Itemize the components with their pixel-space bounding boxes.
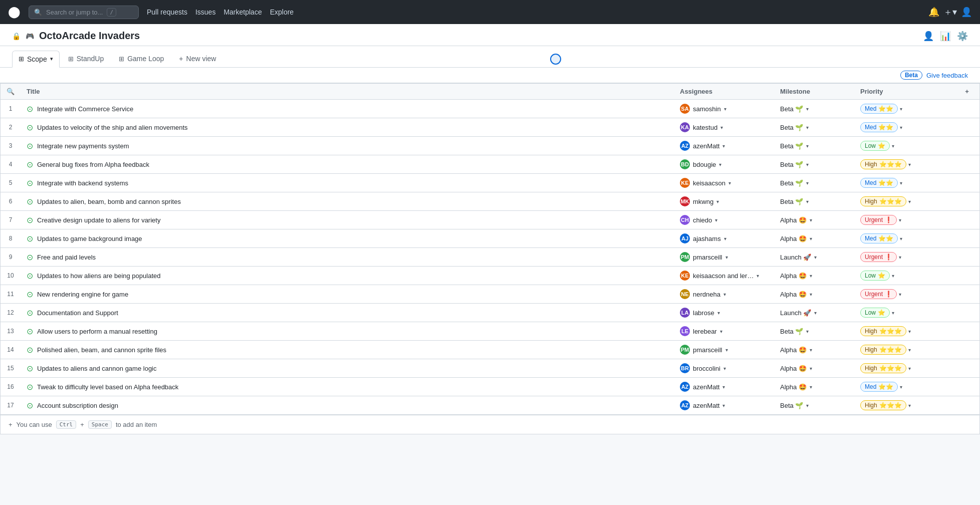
priority-badge[interactable]: Low ⭐ — [860, 308, 890, 318]
issue-title[interactable]: Integrate with Commerce Service — [37, 105, 133, 113]
settings-icon[interactable]: ⚙️ — [957, 31, 968, 42]
scope-dropdown-arrow[interactable]: ▾ — [50, 56, 53, 62]
priority-dropdown[interactable]: ▾ — [908, 162, 911, 167]
issue-title[interactable]: Updates to game background image — [37, 235, 142, 242]
assignee-dropdown[interactable]: ▾ — [725, 347, 728, 353]
issue-title[interactable]: Account subscription design — [37, 402, 118, 409]
issue-title[interactable]: Updates to how aliens are being populate… — [37, 272, 160, 280]
nav-marketplace[interactable]: Marketplace — [223, 8, 262, 16]
milestone-dropdown[interactable]: ▾ — [810, 366, 812, 371]
priority-dropdown[interactable]: ▾ — [908, 199, 911, 204]
col-header-search[interactable]: 🔍 — [1, 84, 21, 100]
table-row[interactable]: 9 ⊙ Free and paid levels PM pmarsceill ▾… — [1, 248, 979, 267]
tab-gameloop[interactable]: ⊞ Game Loop — [112, 50, 170, 67]
issue-title[interactable]: Polished alien, beam, and cannon sprite … — [37, 346, 166, 354]
table-row[interactable]: 10 ⊙ Updates to how aliens are being pop… — [1, 267, 979, 285]
milestone-dropdown[interactable]: ▾ — [810, 217, 812, 223]
assignee-dropdown[interactable]: ▾ — [728, 180, 731, 186]
github-logo[interactable]: ⬤ — [8, 6, 21, 19]
milestone-dropdown[interactable]: ▾ — [806, 162, 809, 167]
table-row[interactable]: 4 ⊙ General bug fixes from Alpha feedbac… — [1, 155, 979, 174]
milestone-dropdown[interactable]: ▾ — [814, 255, 817, 260]
milestone-dropdown[interactable]: ▾ — [810, 384, 812, 390]
nav-issues[interactable]: Issues — [195, 8, 215, 16]
issue-title[interactable]: Documentation and Support — [37, 309, 118, 317]
priority-dropdown[interactable]: ▾ — [892, 273, 894, 279]
milestone-dropdown[interactable]: ▾ — [806, 199, 809, 204]
assignee-dropdown[interactable]: ▾ — [720, 125, 723, 130]
table-row[interactable]: 15 ⊙ Updates to aliens and cannon game l… — [1, 359, 979, 378]
table-row[interactable]: 13 ⊙ Allow users to perform a manual res… — [1, 322, 979, 341]
table-row[interactable]: 5 ⊙ Integrate with backend systems KE ke… — [1, 174, 979, 192]
milestone-dropdown[interactable]: ▾ — [806, 329, 809, 334]
issue-title[interactable]: General bug fixes from Alpha feedback — [37, 161, 149, 168]
table-row[interactable]: 3 ⊙ Integrate new payments system AZ aze… — [1, 137, 979, 155]
table-row[interactable]: 12 ⊙ Documentation and Support LA labros… — [1, 304, 979, 322]
priority-badge[interactable]: Urgent ❗ — [860, 252, 897, 262]
notification-icon[interactable]: 🔔 — [928, 7, 939, 18]
graph-icon[interactable]: 📊 — [940, 31, 951, 42]
tab-standup[interactable]: ⊞ StandUp — [62, 50, 110, 67]
tab-new-view[interactable]: + New view — [172, 50, 222, 67]
give-feedback-link[interactable]: Give feedback — [926, 72, 968, 79]
issue-title[interactable]: Updates to velocity of the ship and alie… — [37, 124, 188, 131]
assignee-dropdown[interactable]: ▾ — [724, 106, 726, 112]
priority-badge[interactable]: High ⭐⭐⭐ — [860, 196, 906, 206]
priority-badge[interactable]: Urgent ❗ — [860, 289, 897, 299]
new-icon[interactable]: ＋▾ — [943, 6, 957, 18]
assignee-dropdown[interactable]: ▾ — [717, 310, 720, 316]
priority-dropdown[interactable]: ▾ — [900, 180, 902, 186]
milestone-dropdown[interactable]: ▾ — [806, 106, 809, 112]
milestone-dropdown[interactable]: ▾ — [814, 310, 817, 316]
milestone-dropdown[interactable]: ▾ — [806, 180, 809, 186]
issue-title[interactable]: New rendering engine for game — [37, 291, 128, 298]
issue-title[interactable]: Tweak to difficulty level based on Alpha… — [37, 383, 178, 391]
priority-dropdown[interactable]: ▾ — [892, 310, 894, 316]
assignee-dropdown[interactable]: ▾ — [725, 255, 728, 260]
priority-badge[interactable]: High ⭐⭐⭐ — [860, 363, 906, 373]
tab-scope[interactable]: ⊞ Scope ▾ — [12, 51, 60, 68]
table-row[interactable]: 11 ⊙ New rendering engine for game NE ne… — [1, 285, 979, 304]
assignee-dropdown[interactable]: ▾ — [719, 162, 721, 167]
milestone-dropdown[interactable]: ▾ — [806, 403, 809, 408]
priority-badge[interactable]: Med ⭐⭐ — [860, 178, 898, 188]
priority-badge[interactable]: Med ⭐⭐ — [860, 122, 898, 132]
profile-icon[interactable]: 👤 — [961, 7, 972, 18]
issue-title[interactable]: Allow users to perform a manual resettin… — [37, 328, 157, 335]
assignee-dropdown[interactable]: ▾ — [722, 143, 725, 149]
issue-title[interactable]: Updates to alien, beam, bomb and cannon … — [37, 198, 181, 205]
assignee-dropdown[interactable]: ▾ — [723, 366, 726, 371]
table-row[interactable]: 7 ⊙ Creative design update to aliens for… — [1, 211, 979, 229]
nav-explore[interactable]: Explore — [270, 8, 294, 16]
priority-badge[interactable]: High ⭐⭐⭐ — [860, 159, 906, 169]
priority-badge[interactable]: Med ⭐⭐ — [860, 382, 898, 392]
issue-title[interactable]: Free and paid levels — [37, 254, 96, 261]
priority-badge[interactable]: Urgent ❗ — [860, 215, 897, 225]
milestone-dropdown[interactable]: ▾ — [810, 236, 812, 241]
priority-dropdown[interactable]: ▾ — [900, 125, 902, 130]
table-row[interactable]: 1 ⊙ Integrate with Commerce Service SA s… — [1, 100, 979, 118]
assignee-dropdown[interactable]: ▾ — [715, 217, 717, 223]
assignee-dropdown[interactable]: ▾ — [722, 384, 725, 390]
priority-badge[interactable]: High ⭐⭐⭐ — [860, 326, 906, 336]
priority-dropdown[interactable]: ▾ — [899, 292, 901, 297]
priority-badge[interactable]: High ⭐⭐⭐ — [860, 345, 906, 355]
priority-dropdown[interactable]: ▾ — [908, 366, 911, 371]
milestone-dropdown[interactable]: ▾ — [806, 125, 809, 130]
priority-dropdown[interactable]: ▾ — [900, 106, 902, 112]
priority-dropdown[interactable]: ▾ — [900, 236, 902, 241]
table-row[interactable]: 6 ⊙ Updates to alien, beam, bomb and can… — [1, 192, 979, 211]
nav-pull-requests[interactable]: Pull requests — [147, 8, 187, 16]
priority-dropdown[interactable]: ▾ — [908, 347, 911, 353]
priority-dropdown[interactable]: ▾ — [908, 403, 911, 408]
search-box[interactable]: 🔍 Search or jump to... / — [29, 6, 139, 19]
priority-badge[interactable]: Low ⭐ — [860, 141, 890, 151]
issue-title[interactable]: Integrate with backend systems — [37, 179, 128, 187]
add-footer-plus[interactable]: + — [9, 421, 13, 428]
priority-badge[interactable]: Med ⭐⭐ — [860, 104, 898, 114]
issue-title[interactable]: Creative design update to aliens for var… — [37, 216, 160, 224]
milestone-dropdown[interactable]: ▾ — [806, 143, 809, 149]
assignee-dropdown[interactable]: ▾ — [723, 292, 726, 297]
priority-badge[interactable]: High ⭐⭐⭐ — [860, 400, 906, 410]
priority-dropdown[interactable]: ▾ — [892, 143, 894, 149]
